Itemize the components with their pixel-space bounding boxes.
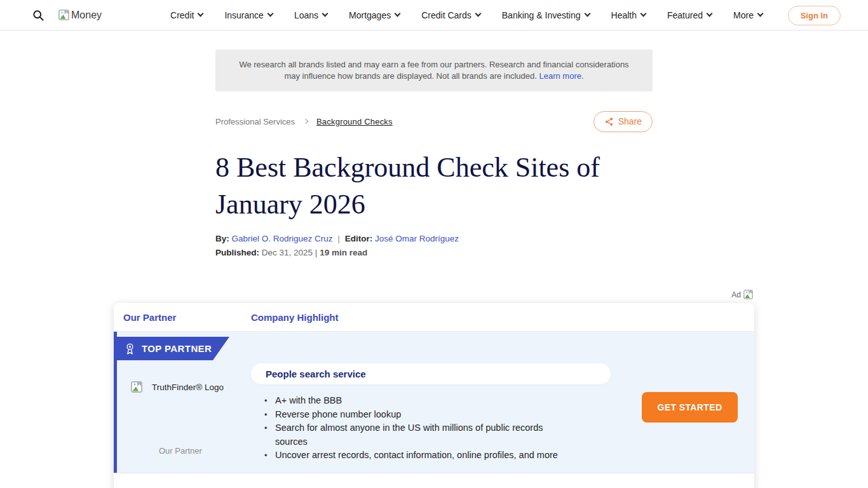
money-logo[interactable]: Money: [58, 10, 102, 21]
top-partner-label: TOP PARTNER: [142, 343, 212, 354]
byline: By: Gabriel O. Rodriguez Cruz | Editor: …: [215, 234, 653, 243]
truthfinder-logo[interactable]: TruthFinder® Logo: [131, 381, 224, 393]
nav-item-mortgages[interactable]: Mortgages: [349, 10, 400, 20]
chevron-down-icon: [707, 11, 713, 17]
nav-item-health[interactable]: Health: [611, 10, 646, 20]
publish-line: Published: Dec 31, 2025 | 19 min read: [215, 248, 653, 257]
top-nav-bar: Money Credit Insurance Loans Mortgages C…: [0, 0, 868, 30]
chevron-down-icon: [395, 11, 401, 17]
chevron-down-icon: [757, 11, 764, 17]
ad-label: Ad: [731, 290, 741, 299]
nav-item-credit[interactable]: Credit: [170, 10, 203, 20]
chevron-down-icon: [584, 11, 590, 17]
breadcrumb: Professional Services Background Checks: [215, 117, 393, 126]
feature-bullet-list: A+ with the BBB Reverse phone number loo…: [264, 394, 569, 463]
share-label: Share: [618, 116, 642, 126]
broken-image-icon: [743, 290, 753, 299]
breadcrumb-row: Professional Services Background Checks …: [215, 111, 653, 132]
search-icon[interactable]: [32, 8, 46, 22]
byline-divider: |: [335, 234, 342, 243]
read-time: 19 min read: [320, 248, 367, 257]
by-label: By:: [215, 234, 229, 243]
learn-more-link[interactable]: Learn more: [539, 71, 581, 81]
nav-item-loans[interactable]: Loans: [294, 10, 327, 20]
column-header-highlight: Company Highlight: [251, 312, 339, 323]
published-label: Published:: [215, 248, 259, 257]
share-icon: [604, 117, 614, 126]
chevron-down-icon: [322, 11, 329, 17]
pub-divider: |: [315, 248, 318, 257]
nav-item-featured[interactable]: Featured: [667, 10, 712, 20]
ribbon-icon: [125, 342, 135, 355]
feature-bullet: A+ with the BBB: [264, 394, 569, 408]
main-nav: Credit Insurance Loans Mortgages Credit …: [170, 10, 763, 20]
nav-item-credit-cards[interactable]: Credit Cards: [421, 10, 480, 20]
comparison-table-header: Our Partner Company Highlight: [114, 303, 754, 332]
column-header-partner: Our Partner: [114, 312, 251, 323]
published-date: Dec 31, 2025: [262, 248, 313, 257]
nav-item-more[interactable]: More: [733, 10, 763, 20]
breadcrumb-chevron-icon: [303, 119, 308, 124]
partner-comparison-card: Our Partner Company Highlight TOP PARTNE…: [114, 303, 754, 488]
logo-alt-text: Money: [71, 10, 102, 21]
editor-label: Editor:: [345, 234, 373, 243]
next-partner-row-partial: [114, 473, 754, 488]
partner-caption: Our Partner: [159, 446, 202, 456]
nav-item-banking-investing[interactable]: Banking & Investing: [502, 10, 590, 20]
partner-module: Ad Our Partner Company Highlight TOP PAR…: [114, 290, 754, 488]
feature-bullet: Reverse phone number lookup: [264, 408, 569, 422]
author-link[interactable]: Gabriel O. Rodriguez Cruz: [232, 234, 333, 243]
get-started-button[interactable]: GET STARTED: [642, 392, 738, 423]
advertiser-disclosure: We research all brands listed and may ea…: [215, 50, 653, 92]
top-partner-row: TOP PARTNER TruthFinder® Logo Our Partne…: [114, 332, 754, 473]
breadcrumb-current[interactable]: Background Checks: [316, 117, 393, 126]
disclosure-period: .: [581, 71, 584, 81]
company-highlight-pill: People search service: [251, 363, 611, 384]
logo-alt-text: TruthFinder® Logo: [152, 383, 224, 392]
sign-in-button[interactable]: Sign In: [788, 6, 841, 25]
page-content: We research all brands listed and may ea…: [0, 30, 868, 257]
nav-item-insurance[interactable]: Insurance: [224, 10, 272, 20]
chevron-down-icon: [475, 11, 481, 17]
broken-image-icon: [58, 10, 69, 20]
broken-image-icon: [131, 381, 142, 393]
top-partner-badge: TOP PARTNER: [114, 337, 229, 360]
feature-bullet: Uncover arrest records, contact informat…: [264, 449, 569, 463]
chevron-down-icon: [641, 11, 647, 17]
ad-label-row: Ad: [114, 290, 754, 299]
editor-link[interactable]: José Omar Rodríguez: [375, 234, 459, 243]
breadcrumb-parent[interactable]: Professional Services: [215, 117, 295, 126]
feature-bullet: Search for almost anyone in the US with …: [264, 421, 569, 449]
page-title: 8 Best Background Check Sites of January…: [215, 149, 653, 223]
chevron-down-icon: [198, 11, 204, 17]
share-button[interactable]: Share: [593, 111, 653, 132]
chevron-down-icon: [267, 11, 273, 17]
